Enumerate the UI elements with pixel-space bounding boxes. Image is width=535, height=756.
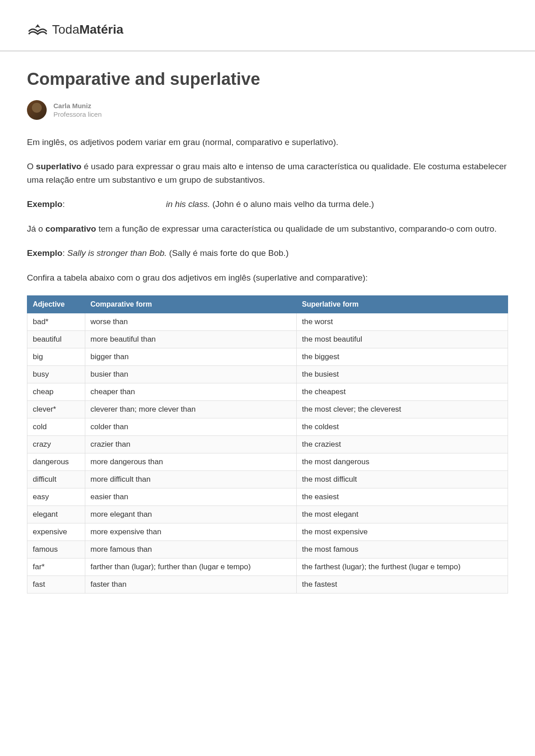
cell-comp: easier than: [85, 488, 296, 506]
logo-text: TodaMatéria: [52, 22, 123, 37]
paragraph-example-2: Exemplo: Sally is stronger than Bob. (Sa…: [27, 246, 508, 259]
cell-adj: expensive: [27, 523, 85, 541]
cell-comp: more difficult than: [85, 471, 296, 488]
cell-adj: difficult: [27, 471, 85, 488]
cell-comp: crazier than: [85, 436, 296, 453]
author-info: Carla Muniz Professora licen: [53, 101, 102, 119]
table-row: cheapcheaper thanthe cheapest: [27, 383, 508, 401]
site-header: TodaMatéria: [0, 0, 535, 52]
cell-sup: the most elegant: [296, 506, 508, 523]
cell-sup: the busiest: [296, 366, 508, 383]
cell-comp: bigger than: [85, 348, 296, 366]
table-row: busybusier thanthe busiest: [27, 366, 508, 383]
th-comparative: Comparative form: [85, 296, 296, 313]
cell-comp: more elegant than: [85, 506, 296, 523]
cell-comp: faster than: [85, 576, 296, 593]
table-row: coldcolder thanthe coldest: [27, 418, 508, 436]
table-row: crazycrazier thanthe craziest: [27, 436, 508, 453]
cell-sup: the worst: [296, 313, 508, 331]
cell-sup: the farthest (lugar); the furthest (luga…: [296, 558, 508, 576]
cell-adj: dangerous: [27, 453, 85, 471]
author-role: Professora licen: [53, 110, 102, 119]
cell-sup: the biggest: [296, 348, 508, 366]
cell-comp: cheaper than: [85, 383, 296, 401]
avatar[interactable]: [27, 100, 47, 120]
cell-adj: elegant: [27, 506, 85, 523]
cell-sup: the craziest: [296, 436, 508, 453]
article-content: Comparative and superlative Carla Muniz …: [0, 52, 535, 611]
cell-adj: big: [27, 348, 85, 366]
author-name[interactable]: Carla Muniz: [53, 101, 102, 110]
table-row: clever*cleverer than; more clever thanth…: [27, 401, 508, 418]
cell-adj: fast: [27, 576, 85, 593]
cell-sup: the easiest: [296, 488, 508, 506]
cell-adj: cheap: [27, 383, 85, 401]
paragraph-example-1: Exemplo: in his class. (John é o aluno m…: [27, 198, 508, 211]
cell-sup: the most beautiful: [296, 331, 508, 348]
cell-sup: the coldest: [296, 418, 508, 436]
table-row: difficultmore difficult thanthe most dif…: [27, 471, 508, 488]
table-row: famousmore famous thanthe most famous: [27, 541, 508, 558]
cell-adj: cold: [27, 418, 85, 436]
cell-sup: the fastest: [296, 576, 508, 593]
cell-sup: the most clever; the cleverest: [296, 401, 508, 418]
cell-comp: more beautiful than: [85, 331, 296, 348]
author-block: Carla Muniz Professora licen: [27, 100, 508, 120]
table-row: bad*worse thanthe worst: [27, 313, 508, 331]
cell-adj: famous: [27, 541, 85, 558]
cell-adj: busy: [27, 366, 85, 383]
table-row: elegantmore elegant thanthe most elegant: [27, 506, 508, 523]
cell-comp: more famous than: [85, 541, 296, 558]
cell-sup: the most difficult: [296, 471, 508, 488]
table-row: fastfaster thanthe fastest: [27, 576, 508, 593]
cell-comp: busier than: [85, 366, 296, 383]
cell-comp: farther than (lugar); further than (luga…: [85, 558, 296, 576]
cell-adj: beautiful: [27, 331, 85, 348]
cell-adj: clever*: [27, 401, 85, 418]
paragraph-intro: Em inglês, os adjetivos podem variar em …: [27, 136, 508, 149]
logo-icon: [27, 22, 48, 37]
paragraph-comparative: Já o comparativo tem a função de express…: [27, 222, 508, 235]
table-header-row: Adjective Comparative form Superlative f…: [27, 296, 508, 313]
adjectives-table: Adjective Comparative form Superlative f…: [27, 295, 508, 593]
cell-comp: more expensive than: [85, 523, 296, 541]
cell-sup: the most expensive: [296, 523, 508, 541]
cell-adj: bad*: [27, 313, 85, 331]
cell-adj: easy: [27, 488, 85, 506]
cell-sup: the most dangerous: [296, 453, 508, 471]
th-superlative: Superlative form: [296, 296, 508, 313]
cell-comp: cleverer than; more clever than: [85, 401, 296, 418]
table-row: expensivemore expensive thanthe most exp…: [27, 523, 508, 541]
logo[interactable]: TodaMatéria: [27, 22, 508, 37]
page-title: Comparative and superlative: [27, 70, 508, 89]
cell-comp: colder than: [85, 418, 296, 436]
table-row: easyeasier thanthe easiest: [27, 488, 508, 506]
table-row: bigbigger thanthe biggest: [27, 348, 508, 366]
cell-adj: far*: [27, 558, 85, 576]
cell-sup: the cheapest: [296, 383, 508, 401]
table-row: far*farther than (lugar); further than (…: [27, 558, 508, 576]
cell-adj: crazy: [27, 436, 85, 453]
paragraph-table-intro: Confira a tabela abaixo com o grau dos a…: [27, 271, 508, 284]
table-row: beautifulmore beautiful thanthe most bea…: [27, 331, 508, 348]
cell-comp: more dangerous than: [85, 453, 296, 471]
cell-sup: the most famous: [296, 541, 508, 558]
paragraph-superlative: O superlativo é usado para expressar o g…: [27, 160, 508, 186]
cell-comp: worse than: [85, 313, 296, 331]
table-row: dangerousmore dangerous thanthe most dan…: [27, 453, 508, 471]
th-adjective: Adjective: [27, 296, 85, 313]
